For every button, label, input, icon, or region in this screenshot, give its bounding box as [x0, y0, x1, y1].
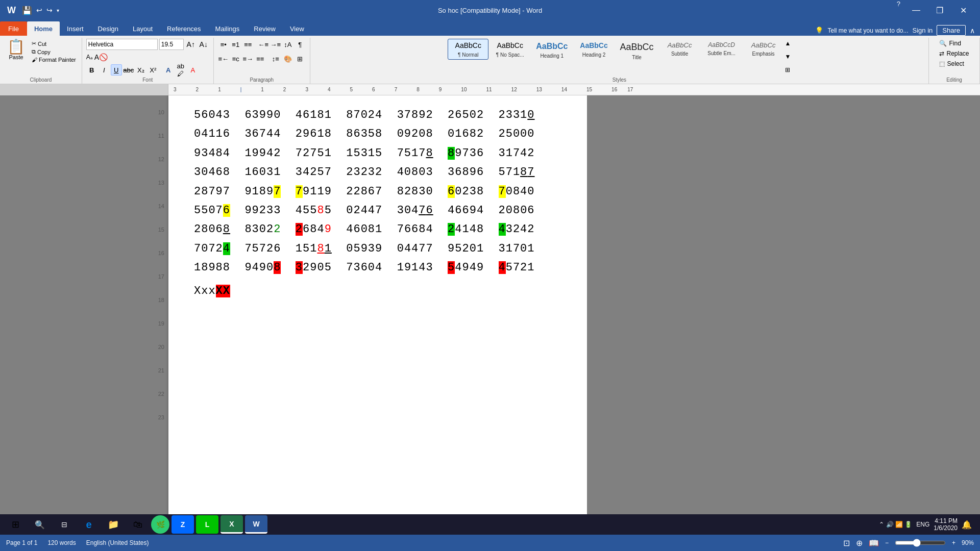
tab-mailings[interactable]: Mailings — [208, 21, 247, 36]
tab-home[interactable]: Home — [27, 21, 60, 36]
ruler-mark-4: 4 — [328, 87, 331, 92]
style-heading1[interactable]: AaBbCc Heading 1 — [531, 39, 572, 61]
style-heading2[interactable]: AaBbCc Heading 2 — [574, 39, 615, 60]
web-layout-icon[interactable]: ⊕ — [856, 538, 863, 548]
styles-scrollbar[interactable]: ▲ ▼ ⊞ — [785, 39, 791, 74]
tab-layout[interactable]: Layout — [126, 21, 160, 36]
restore-button[interactable]: ❐ — [928, 0, 951, 20]
ruler-mark-16: 16 — [611, 87, 617, 92]
share-button[interactable]: Share — [937, 25, 966, 36]
align-left-button[interactable]: ≡← — [218, 53, 229, 64]
char-underline-7: 8 — [223, 223, 230, 236]
style-no-spacing[interactable]: AaBbCc ¶ No Spac... — [489, 39, 530, 60]
sign-in-button[interactable]: Sign in — [913, 27, 933, 34]
search-button[interactable]: 🔍 — [29, 515, 51, 534]
close-button[interactable]: ✕ — [951, 0, 975, 20]
cut-button[interactable]: ✂ Cut — [30, 40, 78, 47]
ruler-mark-3: 3 — [305, 87, 308, 92]
tab-design[interactable]: Design — [91, 21, 126, 36]
clipboard-label: Clipboard — [0, 77, 82, 83]
tab-file[interactable]: File — [0, 21, 27, 36]
sort-button[interactable]: ↕A — [282, 39, 293, 50]
print-layout-icon[interactable]: ⊡ — [843, 538, 850, 548]
style-title[interactable]: AaBbCc Title — [616, 39, 658, 62]
align-center-button[interactable]: ≡c — [230, 53, 241, 64]
shading-button[interactable]: 🎨 — [282, 53, 293, 64]
undo-button[interactable]: ↩ — [36, 6, 42, 14]
font-color-button[interactable]: A — [187, 64, 199, 76]
numbering-button[interactable]: ≡1 — [230, 39, 241, 50]
multilevel-button[interactable]: ≡≡ — [242, 39, 254, 50]
subscript-button[interactable]: X₂ — [135, 64, 146, 76]
folder-button[interactable]: 📁 — [102, 515, 125, 534]
select-button[interactable]: ⬚ Select — [937, 59, 966, 68]
char-greenbg-8: 4 — [223, 242, 230, 255]
green-app-button[interactable]: 🌿 — [151, 515, 169, 534]
decrease-indent-button[interactable]: ←≡ — [258, 39, 269, 50]
save-button[interactable]: 💾 — [22, 6, 32, 15]
strikethrough-button[interactable]: abc — [123, 64, 134, 76]
excel-button[interactable]: X — [220, 515, 243, 534]
format-painter-button[interactable]: 🖌 Format Painter — [30, 56, 78, 63]
tab-insert[interactable]: Insert — [60, 21, 91, 36]
show-marks-button[interactable]: ¶ — [295, 39, 306, 50]
superscript-button[interactable]: X² — [148, 64, 159, 76]
style-emphasis[interactable]: AaBbCc Emphasis — [743, 39, 784, 59]
underline-button[interactable]: U — [111, 64, 122, 76]
increase-indent-button[interactable]: →≡ — [270, 39, 281, 50]
tab-references[interactable]: References — [160, 21, 208, 36]
start-button[interactable]: ⊞ — [4, 515, 27, 534]
minimize-button[interactable]: — — [904, 0, 928, 20]
clear-format[interactable]: A🚫 — [94, 53, 108, 61]
find-button[interactable]: 🔍 Find — [937, 39, 963, 48]
italic-button[interactable]: I — [99, 64, 110, 76]
style-normal[interactable]: AaBbCc ¶ Normal — [448, 39, 488, 60]
help-icon[interactable]: ? — [893, 0, 904, 20]
decrease-font-button[interactable]: A↓ — [198, 39, 209, 50]
ie-button[interactable]: e — [78, 515, 100, 534]
font-group: A↑ A↓ Aₐ A🚫 B I U abc X₂ X² A ab🖊 A Font — [82, 38, 214, 84]
ribbon-collapse[interactable]: ∧ — [970, 27, 975, 35]
tell-me-input[interactable]: Tell me what you want to do... — [827, 27, 908, 34]
font-expand[interactable]: Aₐ — [86, 54, 93, 61]
qat-dropdown[interactable]: ▾ — [57, 8, 59, 13]
line-spacing-button[interactable]: ↕≡ — [270, 53, 281, 64]
doc-line-10: XxxXX — [194, 282, 561, 300]
tab-review[interactable]: Review — [247, 21, 283, 36]
bold-button[interactable]: B — [86, 64, 97, 76]
style-subtitle[interactable]: AaBbCc Subtitle — [659, 39, 700, 59]
notification-button[interactable]: 🔔 — [962, 520, 972, 530]
paste-button[interactable]: 📋 Paste — [4, 39, 28, 61]
page-info: Page 1 of 1 — [6, 539, 37, 546]
text-highlight-button[interactable]: ab🖊 — [175, 64, 186, 76]
read-mode-icon[interactable]: 📖 — [869, 538, 879, 548]
font-name-select[interactable] — [86, 39, 158, 50]
line-16: 16 — [158, 241, 168, 265]
line-21: 21 — [158, 359, 168, 382]
document[interactable]: 56043 63990 46181 87024 37892 26502 2331… — [168, 95, 587, 535]
store-button[interactable]: 🛍 — [127, 515, 149, 534]
redo-button[interactable]: ↪ — [46, 6, 53, 14]
borders-button[interactable]: ⊞ — [295, 53, 306, 64]
tab-view[interactable]: View — [283, 21, 311, 36]
char-red-6: 8 — [317, 204, 324, 217]
zalo-button[interactable]: Z — [172, 515, 194, 534]
line-button[interactable]: L — [196, 515, 218, 534]
task-view-button[interactable]: ⊟ — [53, 515, 76, 534]
style-subtitle-label: Subtitle — [671, 51, 688, 57]
font-size-select[interactable] — [159, 39, 184, 50]
justify-button[interactable]: ≡≡ — [255, 53, 266, 64]
zoom-out-button[interactable]: − — [885, 539, 889, 546]
style-subtle-em[interactable]: AaBbCcD Subtle Em... — [701, 39, 742, 58]
doc-line-4: 30468 16031 34257 23232 40803 36896 5718… — [194, 163, 561, 182]
align-right-button[interactable]: ≡→ — [242, 53, 254, 64]
bullets-button[interactable]: ≡• — [218, 39, 229, 50]
zoom-in-button[interactable]: + — [952, 539, 955, 546]
copy-button[interactable]: ⧉ Copy — [30, 48, 78, 56]
word-taskbar-button[interactable]: W — [245, 515, 267, 534]
replace-button[interactable]: ⇄ Replace — [937, 49, 971, 58]
doc-line-7: 28068 83022 26849 46081 76684 24148 4324… — [194, 220, 561, 239]
increase-font-button[interactable]: A↑ — [185, 39, 197, 50]
text-effect-button[interactable]: A — [163, 64, 174, 76]
zoom-slider[interactable] — [895, 539, 946, 547]
